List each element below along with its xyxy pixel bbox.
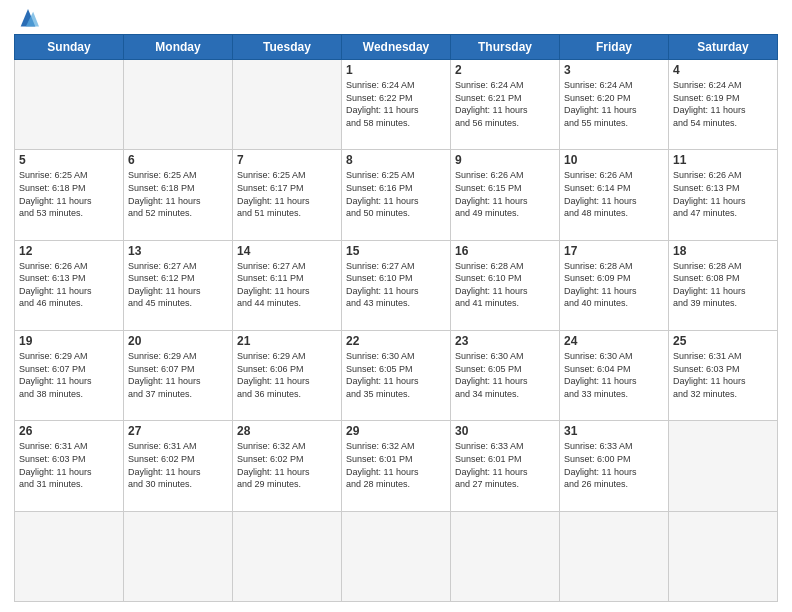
- day-info: Sunrise: 6:33 AM Sunset: 6:00 PM Dayligh…: [564, 440, 664, 490]
- day-number: 2: [455, 63, 555, 77]
- weekday-header-row: SundayMondayTuesdayWednesdayThursdayFrid…: [15, 35, 778, 60]
- day-number: 24: [564, 334, 664, 348]
- day-info: Sunrise: 6:28 AM Sunset: 6:09 PM Dayligh…: [564, 260, 664, 310]
- day-info: Sunrise: 6:31 AM Sunset: 6:03 PM Dayligh…: [19, 440, 119, 490]
- header: [14, 10, 778, 28]
- calendar-cell: 1Sunrise: 6:24 AM Sunset: 6:22 PM Daylig…: [342, 60, 451, 150]
- day-number: 13: [128, 244, 228, 258]
- calendar-row: 5Sunrise: 6:25 AM Sunset: 6:18 PM Daylig…: [15, 150, 778, 240]
- calendar-cell: [233, 60, 342, 150]
- calendar-cell: 7Sunrise: 6:25 AM Sunset: 6:17 PM Daylig…: [233, 150, 342, 240]
- day-info: Sunrise: 6:25 AM Sunset: 6:17 PM Dayligh…: [237, 169, 337, 219]
- day-info: Sunrise: 6:33 AM Sunset: 6:01 PM Dayligh…: [455, 440, 555, 490]
- calendar-cell: 13Sunrise: 6:27 AM Sunset: 6:12 PM Dayli…: [124, 240, 233, 330]
- calendar-row: 26Sunrise: 6:31 AM Sunset: 6:03 PM Dayli…: [15, 421, 778, 511]
- calendar-cell: 18Sunrise: 6:28 AM Sunset: 6:08 PM Dayli…: [669, 240, 778, 330]
- day-number: 4: [673, 63, 773, 77]
- day-info: Sunrise: 6:25 AM Sunset: 6:18 PM Dayligh…: [128, 169, 228, 219]
- day-info: Sunrise: 6:24 AM Sunset: 6:22 PM Dayligh…: [346, 79, 446, 129]
- day-number: 12: [19, 244, 119, 258]
- calendar-cell: 10Sunrise: 6:26 AM Sunset: 6:14 PM Dayli…: [560, 150, 669, 240]
- day-info: Sunrise: 6:26 AM Sunset: 6:14 PM Dayligh…: [564, 169, 664, 219]
- calendar-cell: 19Sunrise: 6:29 AM Sunset: 6:07 PM Dayli…: [15, 330, 124, 420]
- day-number: 14: [237, 244, 337, 258]
- day-info: Sunrise: 6:32 AM Sunset: 6:02 PM Dayligh…: [237, 440, 337, 490]
- page: SundayMondayTuesdayWednesdayThursdayFrid…: [0, 0, 792, 612]
- calendar-cell: 6Sunrise: 6:25 AM Sunset: 6:18 PM Daylig…: [124, 150, 233, 240]
- day-info: Sunrise: 6:28 AM Sunset: 6:10 PM Dayligh…: [455, 260, 555, 310]
- day-number: 15: [346, 244, 446, 258]
- day-number: 18: [673, 244, 773, 258]
- calendar-cell: 15Sunrise: 6:27 AM Sunset: 6:10 PM Dayli…: [342, 240, 451, 330]
- calendar-cell: 16Sunrise: 6:28 AM Sunset: 6:10 PM Dayli…: [451, 240, 560, 330]
- calendar-cell: [124, 60, 233, 150]
- day-info: Sunrise: 6:29 AM Sunset: 6:06 PM Dayligh…: [237, 350, 337, 400]
- weekday-monday: Monday: [124, 35, 233, 60]
- calendar-cell: 14Sunrise: 6:27 AM Sunset: 6:11 PM Dayli…: [233, 240, 342, 330]
- calendar-cell: 29Sunrise: 6:32 AM Sunset: 6:01 PM Dayli…: [342, 421, 451, 511]
- weekday-tuesday: Tuesday: [233, 35, 342, 60]
- day-info: Sunrise: 6:24 AM Sunset: 6:21 PM Dayligh…: [455, 79, 555, 129]
- weekday-friday: Friday: [560, 35, 669, 60]
- day-number: 26: [19, 424, 119, 438]
- day-info: Sunrise: 6:29 AM Sunset: 6:07 PM Dayligh…: [19, 350, 119, 400]
- day-info: Sunrise: 6:31 AM Sunset: 6:02 PM Dayligh…: [128, 440, 228, 490]
- calendar-cell: 5Sunrise: 6:25 AM Sunset: 6:18 PM Daylig…: [15, 150, 124, 240]
- calendar-cell: [15, 60, 124, 150]
- day-number: 30: [455, 424, 555, 438]
- day-number: 31: [564, 424, 664, 438]
- day-info: Sunrise: 6:32 AM Sunset: 6:01 PM Dayligh…: [346, 440, 446, 490]
- day-info: Sunrise: 6:25 AM Sunset: 6:16 PM Dayligh…: [346, 169, 446, 219]
- calendar-cell: [560, 511, 669, 601]
- calendar-cell: 27Sunrise: 6:31 AM Sunset: 6:02 PM Dayli…: [124, 421, 233, 511]
- day-info: Sunrise: 6:30 AM Sunset: 6:05 PM Dayligh…: [346, 350, 446, 400]
- calendar-cell: 22Sunrise: 6:30 AM Sunset: 6:05 PM Dayli…: [342, 330, 451, 420]
- calendar-cell: [669, 421, 778, 511]
- calendar-cell: [233, 511, 342, 601]
- day-number: 22: [346, 334, 446, 348]
- day-number: 23: [455, 334, 555, 348]
- day-number: 29: [346, 424, 446, 438]
- calendar-row: 1Sunrise: 6:24 AM Sunset: 6:22 PM Daylig…: [15, 60, 778, 150]
- day-info: Sunrise: 6:29 AM Sunset: 6:07 PM Dayligh…: [128, 350, 228, 400]
- day-number: 3: [564, 63, 664, 77]
- day-info: Sunrise: 6:27 AM Sunset: 6:11 PM Dayligh…: [237, 260, 337, 310]
- calendar-cell: [124, 511, 233, 601]
- calendar-cell: 20Sunrise: 6:29 AM Sunset: 6:07 PM Dayli…: [124, 330, 233, 420]
- calendar-cell: [669, 511, 778, 601]
- calendar-cell: 24Sunrise: 6:30 AM Sunset: 6:04 PM Dayli…: [560, 330, 669, 420]
- day-info: Sunrise: 6:24 AM Sunset: 6:20 PM Dayligh…: [564, 79, 664, 129]
- day-number: 7: [237, 153, 337, 167]
- calendar-row: 19Sunrise: 6:29 AM Sunset: 6:07 PM Dayli…: [15, 330, 778, 420]
- day-info: Sunrise: 6:27 AM Sunset: 6:12 PM Dayligh…: [128, 260, 228, 310]
- calendar-table: SundayMondayTuesdayWednesdayThursdayFrid…: [14, 34, 778, 602]
- day-number: 28: [237, 424, 337, 438]
- calendar-cell: 3Sunrise: 6:24 AM Sunset: 6:20 PM Daylig…: [560, 60, 669, 150]
- calendar-row: [15, 511, 778, 601]
- calendar-cell: 23Sunrise: 6:30 AM Sunset: 6:05 PM Dayli…: [451, 330, 560, 420]
- day-info: Sunrise: 6:26 AM Sunset: 6:13 PM Dayligh…: [19, 260, 119, 310]
- day-info: Sunrise: 6:27 AM Sunset: 6:10 PM Dayligh…: [346, 260, 446, 310]
- calendar-cell: 9Sunrise: 6:26 AM Sunset: 6:15 PM Daylig…: [451, 150, 560, 240]
- weekday-saturday: Saturday: [669, 35, 778, 60]
- calendar-cell: 21Sunrise: 6:29 AM Sunset: 6:06 PM Dayli…: [233, 330, 342, 420]
- calendar-cell: 26Sunrise: 6:31 AM Sunset: 6:03 PM Dayli…: [15, 421, 124, 511]
- calendar-row: 12Sunrise: 6:26 AM Sunset: 6:13 PM Dayli…: [15, 240, 778, 330]
- day-info: Sunrise: 6:30 AM Sunset: 6:04 PM Dayligh…: [564, 350, 664, 400]
- logo-icon: [17, 6, 39, 28]
- day-info: Sunrise: 6:26 AM Sunset: 6:15 PM Dayligh…: [455, 169, 555, 219]
- day-info: Sunrise: 6:26 AM Sunset: 6:13 PM Dayligh…: [673, 169, 773, 219]
- calendar-cell: [15, 511, 124, 601]
- calendar-cell: 11Sunrise: 6:26 AM Sunset: 6:13 PM Dayli…: [669, 150, 778, 240]
- day-number: 27: [128, 424, 228, 438]
- logo: [14, 10, 39, 28]
- calendar-cell: [342, 511, 451, 601]
- day-number: 20: [128, 334, 228, 348]
- day-number: 21: [237, 334, 337, 348]
- day-number: 17: [564, 244, 664, 258]
- day-number: 19: [19, 334, 119, 348]
- weekday-sunday: Sunday: [15, 35, 124, 60]
- day-number: 25: [673, 334, 773, 348]
- day-number: 8: [346, 153, 446, 167]
- calendar-cell: 17Sunrise: 6:28 AM Sunset: 6:09 PM Dayli…: [560, 240, 669, 330]
